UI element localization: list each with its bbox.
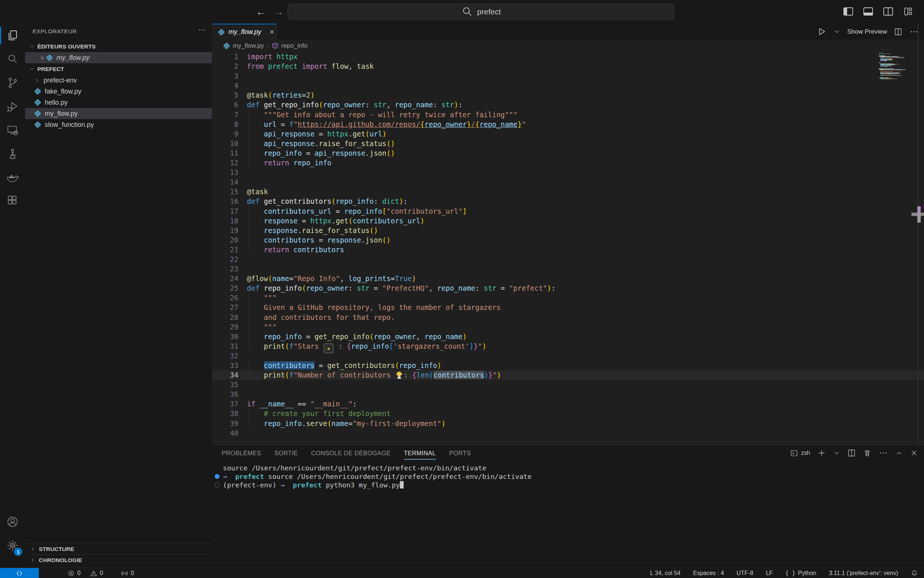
shell-selector[interactable]: zsh xyxy=(790,449,810,457)
code-line-23[interactable]: 23 xyxy=(212,264,924,274)
status-item[interactable] xyxy=(911,570,918,577)
nav-forward-icon[interactable]: → xyxy=(272,5,285,18)
code-line-20[interactable]: 20 contributors = response.json() xyxy=(212,235,924,245)
terminal-content[interactable]: source /Users/henricourdent/git/prefect/… xyxy=(212,464,924,489)
code-line-32[interactable]: 32 xyxy=(212,351,924,360)
tree-item-fake_flow.py[interactable]: fake_flow.py xyxy=(25,86,212,97)
code-line-18[interactable]: 18 response = httpx.get(contributors_url… xyxy=(212,216,924,226)
run-button[interactable] xyxy=(817,27,827,37)
tree-item-prefect-env[interactable]: prefect-env xyxy=(25,75,212,86)
code-line-14[interactable]: 14 xyxy=(212,177,924,187)
status-item[interactable]: L 34, col 54 xyxy=(650,570,680,576)
show-preview-button[interactable]: Show Preview xyxy=(847,28,887,36)
tree-item-hello.py[interactable]: hello.py xyxy=(25,97,212,108)
code-line-6[interactable]: 6def get_repo_info(repo_owner: str, repo… xyxy=(212,100,924,109)
code-line-7[interactable]: 7 """Get info about a repo - will retry … xyxy=(212,110,924,119)
code-line-13[interactable]: 13 xyxy=(212,167,924,177)
breadcrumb-item[interactable]: repo_info xyxy=(272,42,307,50)
code-line-36[interactable]: 36 xyxy=(212,390,924,399)
run-dropdown-icon[interactable] xyxy=(833,28,840,35)
code-line-10[interactable]: 10 api_response.raise_for_status() xyxy=(212,139,924,148)
trash-icon[interactable] xyxy=(863,449,872,458)
code-line-35[interactable]: 35 xyxy=(212,380,924,390)
breadcrumb[interactable]: my_flow.py› repo_info xyxy=(212,40,924,52)
code-line-2[interactable]: 2from prefect import flow, task xyxy=(212,62,924,71)
panel-bottom-icon[interactable] xyxy=(862,6,874,17)
activitybar-account[interactable] xyxy=(0,510,25,534)
code-line-40[interactable]: 40 xyxy=(212,428,924,438)
panel-tab-sortie[interactable]: SORTIE xyxy=(274,445,298,461)
panel-left-icon[interactable] xyxy=(842,6,854,17)
tab-close-icon[interactable]: × xyxy=(270,28,274,36)
activitybar-search[interactable] xyxy=(0,47,25,71)
open-editor-item[interactable]: my_flow.py xyxy=(25,52,212,63)
status-item[interactable]: Espaces : 4 xyxy=(693,570,724,576)
code-line-1[interactable]: 1import httpx xyxy=(212,52,924,62)
add-icon[interactable] xyxy=(817,448,826,458)
panel-right-icon[interactable] xyxy=(882,6,895,17)
command-center-search[interactable]: prefect xyxy=(288,4,674,20)
code-line-25[interactable]: 25def repo_info(repo_owner: str = "Prefe… xyxy=(212,283,924,293)
layout-grid-icon[interactable] xyxy=(902,6,914,17)
command-decoration[interactable] xyxy=(215,474,220,479)
tree-item-my_flow.py[interactable]: my_flow.py xyxy=(25,108,212,119)
code-line-17[interactable]: 17 contributors_url = repo_info["contrib… xyxy=(212,206,924,216)
code-line-15[interactable]: 15@task xyxy=(212,187,924,196)
status-error-circle[interactable]: 0 xyxy=(68,570,81,577)
code-area[interactable]: 1import httpx 2from prefect import flow,… xyxy=(212,52,924,445)
code-line-38[interactable]: 38 # create your first deployment xyxy=(212,409,924,418)
code-line-5[interactable]: 5@task(retries=2) xyxy=(212,90,924,100)
panel-tab-ports[interactable]: PORTS xyxy=(449,445,471,461)
code-line-21[interactable]: 21 return contributors xyxy=(212,245,924,255)
status-broadcast[interactable]: 0 xyxy=(121,570,134,577)
status-item[interactable]: 3.11.1 ('prefect-env': venv) xyxy=(829,570,898,576)
sidebar-more-actions[interactable]: ⋯ xyxy=(199,26,205,34)
activitybar-remote-explorer[interactable] xyxy=(0,119,25,142)
code-line-30[interactable]: 30 repo_info = get_repo_info(repo_owner,… xyxy=(212,332,924,341)
code-line-31[interactable]: 31 print(f"Stars ★ : {repo_info['stargaz… xyxy=(212,341,924,351)
activitybar-explorer[interactable] xyxy=(0,24,25,47)
code-line-33[interactable]: 33 contributors = get_contributors(repo_… xyxy=(212,360,924,370)
code-line-28[interactable]: 28 and contributors for that repo. xyxy=(212,312,924,322)
code-line-29[interactable]: 29 """ xyxy=(212,322,924,332)
close-icon[interactable] xyxy=(39,55,46,61)
code-line-11[interactable]: 11 repo_info = api_response.json() xyxy=(212,148,924,158)
status-item[interactable]: LF xyxy=(766,570,773,576)
status-item[interactable]: { }Python xyxy=(785,570,816,576)
section-project[interactable]: PREFECT xyxy=(25,63,212,75)
panel-tab-probl-mes[interactable]: PROBLÈMES xyxy=(222,445,261,461)
split-editor-icon[interactable] xyxy=(894,28,903,36)
code-line-39[interactable]: 39 repo_info.serve(name="my-first-deploy… xyxy=(212,419,924,428)
code-line-16[interactable]: 16def get_contributors(repo_info: dict): xyxy=(212,196,924,206)
panel-tab-console-de-d-bogage[interactable]: CONSOLE DE DÉBOGAGE xyxy=(311,445,391,461)
status-warning-triangle[interactable]: 0 xyxy=(90,570,103,577)
activitybar-extensions[interactable] xyxy=(0,189,25,213)
code-line-24[interactable]: 24@flow(name="Repo Info", log_prints=Tru… xyxy=(212,274,924,283)
code-line-9[interactable]: 9 api_response = httpx.get(url) xyxy=(212,129,924,139)
section-chronologie[interactable]: CHRONOLOGIE xyxy=(25,554,212,565)
split-icon[interactable] xyxy=(847,448,856,458)
section-open-editors[interactable]: ÉDITEURS OUVERTS xyxy=(25,41,212,52)
breadcrumb-item[interactable]: my_flow.py xyxy=(223,42,264,50)
code-line-12[interactable]: 12 return repo_info xyxy=(212,158,924,167)
close-icon[interactable] xyxy=(910,449,918,457)
activitybar-testing[interactable] xyxy=(0,142,25,166)
activitybar-source-control[interactable] xyxy=(0,71,25,95)
dots-icon[interactable] xyxy=(879,448,888,458)
code-line-27[interactable]: 27 Given a GitHub repository, logs the n… xyxy=(212,302,924,312)
code-line-26[interactable]: 26 """ xyxy=(212,293,924,302)
tab-my-flow[interactable]: my_flow.py × xyxy=(212,24,277,40)
code-line-3[interactable]: 3 xyxy=(212,71,924,81)
activitybar-settings[interactable]: 1 xyxy=(0,534,25,557)
section-structure[interactable]: STRUCTURE xyxy=(25,543,212,554)
nav-back-icon[interactable]: ← xyxy=(254,5,268,18)
activitybar-run-debug[interactable] xyxy=(0,95,25,119)
code-line-37[interactable]: 37if __name__ == "__main__": xyxy=(212,399,924,409)
remote-indicator[interactable] xyxy=(0,568,39,578)
code-line-4[interactable]: 4 xyxy=(212,81,924,90)
tree-item-slow_function.py[interactable]: slow_function.py xyxy=(25,119,212,130)
minimap[interactable] xyxy=(879,53,906,80)
chevron-up-icon[interactable] xyxy=(895,449,903,457)
command-decoration[interactable] xyxy=(215,482,220,487)
status-item[interactable]: UTF-8 xyxy=(736,570,753,576)
